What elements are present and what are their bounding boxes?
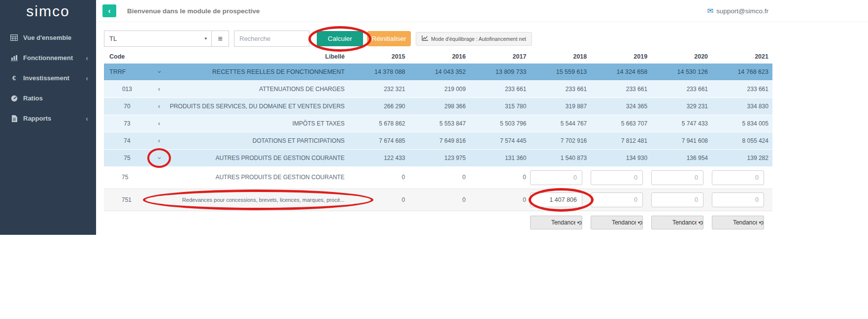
reset-button[interactable]: Réinitialiser (367, 31, 411, 46)
table-subrow-75: 75 AUTRES PRODUITS DE GESTION COURANTE 0… (104, 167, 772, 189)
bar-chart-icon (10, 54, 18, 62)
cell-value: 14 530 126 (651, 64, 712, 80)
header-year: 2015 (349, 50, 409, 64)
cell-value: 298 366 (409, 98, 470, 115)
chevron-left-icon: ‹ (158, 137, 160, 144)
caret-down-icon: ▾ (697, 216, 701, 229)
year-value-input-2019[interactable] (591, 170, 643, 185)
cell-value: 8 055 424 (712, 132, 772, 149)
cell-value: 7 649 816 (409, 132, 470, 149)
header-year: 2016 (409, 50, 470, 64)
row-code: 75 (104, 167, 150, 189)
scenario-select-value: TL (109, 35, 117, 42)
reset-button-label: Réinitialiser (372, 35, 406, 42)
expand-toggle[interactable]: ‹ (150, 81, 168, 97)
row-code: 75 (104, 150, 150, 166)
sidebar-item-ratios[interactable]: Ratios (0, 88, 96, 108)
trend-select-2018[interactable]: Tendance p ▾ (530, 216, 582, 229)
main-area: ‹ Bienvenue dans le module de prospectiv… (96, 0, 868, 319)
cell-value: 233 661 (530, 81, 591, 97)
cell-value: 0 (348, 167, 409, 189)
expand-toggle[interactable]: ‹ (150, 115, 168, 132)
cell-value: 232 321 (349, 81, 409, 97)
page-title: Bienvenue dans le module de prospective (127, 7, 260, 15)
collapse-toggle[interactable]: ‹ (150, 64, 168, 80)
table-row-013: 013 ‹ ATTENUATIONS DE CHARGES 232 321 21… (104, 81, 772, 98)
year-value-input-2018[interactable] (530, 170, 582, 185)
row-code: 73 (104, 115, 150, 132)
sidebar-item-vue-densemble[interactable]: Vue d'ensemble (0, 28, 96, 48)
cell-value: 5 544 767 (530, 115, 591, 132)
year-value-input-2020[interactable] (651, 192, 703, 207)
balancing-mode-button[interactable]: Mode d'équilibrage : Autofinancement net (416, 32, 532, 46)
sidebar-item-label: Ratios (23, 95, 43, 102)
header-year: 2020 (651, 50, 712, 64)
envelope-icon: ✉ (707, 6, 713, 15)
row-label: Redevances pour concessions, brevets, li… (168, 189, 349, 211)
caret-down-icon: ▾ (575, 216, 579, 229)
row-code: 74 (104, 132, 150, 149)
trend-select-2021[interactable]: Tendance p ▾ (712, 216, 764, 229)
balancing-mode-label: Mode d'équilibrage : Autofinancement net (431, 36, 526, 42)
row-label: IMPÔTS ET TAXES (168, 115, 349, 132)
cell-value: 329 231 (651, 98, 712, 115)
year-value-input-2020[interactable] (651, 170, 703, 185)
support-email-link[interactable]: ✉ support@simco.fr (707, 6, 768, 15)
toolbar: TL ▾ ≡ Calculer Réinitialiser Mode d'équ… (104, 31, 772, 47)
expand-toggle[interactable]: ‹ (150, 132, 168, 149)
expand-toggle[interactable]: ‹ (150, 98, 168, 115)
back-button[interactable]: ‹ (102, 4, 116, 17)
cell-value: 122 433 (349, 150, 409, 166)
search-input[interactable] (234, 31, 309, 47)
cell-value: 1 540 873 (530, 150, 591, 166)
sidebar-item-rapports[interactable]: Rapports ‹ (0, 108, 96, 128)
scenario-select[interactable]: TL ▾ (104, 31, 212, 47)
chevron-down-icon: ‹ (151, 71, 167, 73)
calculate-button-label: Calculer (328, 35, 352, 42)
cell-value: 324 365 (591, 98, 651, 115)
table-row-70: 70 ‹ PRODUITS DES SERVICES, DU DOMAINE E… (104, 98, 772, 115)
prospective-table: Code Libellé 2015 2016 2017 2018 2019 20… (104, 50, 772, 234)
row-label: ATTENUATIONS DE CHARGES (168, 81, 349, 97)
cell-value: 266 290 (349, 98, 409, 115)
chevron-left-icon: ‹ (158, 102, 160, 110)
year-value-input-2021[interactable] (712, 192, 764, 207)
euro-icon: € (10, 74, 18, 82)
gauge-icon (10, 95, 18, 102)
year-value-input-2019[interactable] (591, 192, 643, 207)
sidebar-item-label: Vue d'ensemble (23, 34, 71, 41)
cell-value: 0 (469, 167, 530, 189)
chevron-down-icon: ‹ (151, 157, 167, 159)
cell-value: 233 661 (469, 81, 530, 97)
cell-value: 14 043 352 (409, 64, 470, 80)
cell-value: 139 282 (712, 150, 772, 166)
table-header-row: Code Libellé 2015 2016 2017 2018 2019 20… (104, 50, 772, 64)
menu-list-button[interactable]: ≡ (211, 31, 229, 47)
cell-value: 134 930 (591, 150, 651, 166)
cell-value: 14 768 623 (712, 64, 772, 80)
header-year: 2019 (591, 50, 651, 64)
row-code: TRRF (104, 64, 150, 80)
trend-select-2019[interactable]: Tendance p ▾ (591, 216, 643, 229)
table-row-trrf: TRRF ‹ RECETTES REELLES DE FONCTIONNEMEN… (104, 64, 772, 81)
trend-select-2020[interactable]: Tendance p ▾ (651, 216, 703, 229)
cell-value: 0 (469, 189, 530, 211)
cell-value: 7 574 445 (469, 132, 530, 149)
year-value-input-2021[interactable] (712, 170, 764, 185)
cell-value: 5 834 005 (712, 115, 772, 132)
calculate-button[interactable]: Calculer (317, 31, 363, 46)
year-value-input-2018[interactable] (530, 192, 582, 207)
chevron-left-icon: ‹ (86, 115, 88, 123)
content: TL ▾ ≡ Calculer Réinitialiser Mode d'équ… (104, 31, 772, 234)
caret-down-icon: ▾ (636, 216, 640, 229)
cell-value: 233 661 (591, 81, 651, 97)
cell-value: 5 503 796 (469, 115, 530, 132)
cell-value: 5 678 862 (349, 115, 409, 132)
row-code: 013 (104, 81, 150, 97)
table-row-74: 74 ‹ DOTATIONS ET PARTICIPATIONS 7 674 6… (104, 132, 772, 150)
sidebar-item-investissement[interactable]: € Investissement ‹ (0, 68, 96, 88)
row-code: 70 (104, 98, 150, 115)
collapse-toggle[interactable]: ‹ (150, 150, 168, 166)
sidebar-item-fonctionnement[interactable]: Fonctionnement ‹ (0, 48, 96, 68)
cell-value: 123 975 (409, 150, 470, 166)
